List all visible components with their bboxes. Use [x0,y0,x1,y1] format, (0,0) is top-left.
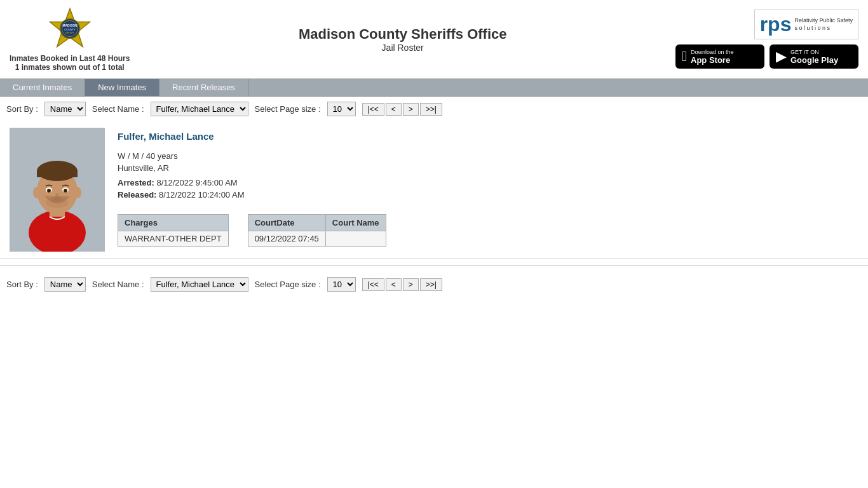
svg-point-17 [33,187,41,198]
inmate-photo-svg [10,128,105,252]
rps-sub-text: Relativity Public Safetys o l u t i o n … [794,17,853,32]
released-value: 8/12/2022 10:24:00 AM [159,190,244,200]
sort-by-select-top[interactable]: Name [44,102,86,116]
next-page-btn-top[interactable]: > [403,103,419,116]
inmate-location: Huntsville, AR [118,163,858,173]
nav-tabs: Current Inmates New Inmates Recent Relea… [0,79,868,97]
svg-rect-11 [37,171,78,177]
inmate-card: Fulfer, Michael Lance W / M / 40 years H… [10,128,858,252]
svg-text:COUNTY: COUNTY [64,28,76,31]
court-table: CourtDate Court Name 09/12/2022 07:45 [248,214,386,247]
rps-logo: rps Relativity Public Safetys o l u t i … [754,10,858,39]
court-name-header: Court Name [325,215,386,231]
app-store-text: Download on the App Store [691,49,734,65]
pagination-top: |<< < > >>| [362,103,442,116]
court-row: 09/12/2022 07:45 [248,231,386,247]
prev-page-btn-top[interactable]: < [386,103,402,116]
bottom-controls: Sort By : Name Select Name : Fulfer, Mic… [0,272,868,297]
page-size-select-top[interactable]: 10 [327,102,356,116]
tab-recent-releases[interactable]: Recent Releases [159,79,248,96]
first-page-btn-bottom[interactable]: |<< [362,278,384,291]
header-left: MADISON COUNTY SHERIFF Inmates Booked in… [10,6,130,72]
svg-point-15 [64,189,67,193]
arrested-label: Arrested: [118,178,154,187]
prev-page-btn-bottom[interactable]: < [386,278,402,291]
google-play-text: GET IT ON Google Play [790,49,838,65]
inmate-race-sex-age: W / M / 40 years [118,151,858,161]
sheriff-badge: MADISON COUNTY SHERIFF [48,6,92,51]
court-name-value [325,231,386,247]
page-header: MADISON COUNTY SHERIFF Inmates Booked in… [0,0,868,79]
page-size-label-bottom: Select Page size : [255,280,321,289]
google-play-button[interactable]: ▶ GET IT ON Google Play [770,44,858,69]
stats-block: Inmates Booked in Last 48 Hours 1 inmate… [10,54,130,72]
released-label: Released: [118,190,156,200]
select-name-label-bottom: Select Name : [92,280,144,289]
app-buttons-container:  Download on the App Store ▶ GET IT ON … [675,44,858,69]
page-subtitle: Jail Roster [299,43,507,53]
header-right: rps Relativity Public Safetys o l u t i … [675,10,858,69]
next-page-btn-bottom[interactable]: > [403,278,419,291]
rps-main-text: rps [760,13,792,36]
court-date-header: CourtDate [248,215,325,231]
inmate-arrested: Arrested: 8/12/2022 9:45:00 AM [118,178,858,187]
inmate-photo [10,128,105,252]
last-page-btn-top[interactable]: >>| [420,103,442,116]
tab-new-inmates[interactable]: New Inmates [85,79,159,96]
google-icon: ▶ [776,48,787,65]
inmate-info: W / M / 40 years Huntsville, AR [118,151,858,173]
pagination-bottom: |<< < > >>| [362,278,442,291]
stats-line1: Inmates Booked in Last 48 Hours [10,54,130,63]
charges-table: Charges WARRANT-OTHER DEPT [118,214,229,247]
select-name-select-bottom[interactable]: Fulfer, Michael Lance [151,277,248,292]
svg-point-14 [47,189,51,193]
app-store-button[interactable]:  Download on the App Store [675,44,764,69]
svg-text:SHERIFF: SHERIFF [65,32,74,34]
charge-row: WARRANT-OTHER DEPT [118,231,229,247]
last-page-btn-bottom[interactable]: >>| [420,278,442,291]
arrested-value: 8/12/2022 9:45:00 AM [156,178,237,187]
inmate-released: Released: 8/12/2022 10:24:00 AM [118,190,858,200]
svg-point-18 [74,187,81,198]
sort-by-label-top: Sort By : [6,104,38,114]
section-divider [0,265,868,266]
court-date-value: 09/12/2022 07:45 [248,231,325,247]
svg-text:MADISON: MADISON [62,24,78,27]
page-size-select-bottom[interactable]: 10 [327,277,356,292]
tables-row: Charges WARRANT-OTHER DEPT CourtDate [118,205,858,247]
tab-current-inmates[interactable]: Current Inmates [0,79,85,96]
select-name-label-top: Select Name : [92,104,144,114]
charges-header: Charges [118,215,229,231]
select-name-select-top[interactable]: Fulfer, Michael Lance [151,102,248,116]
inmate-name: Fulfer, Michael Lance [118,131,858,142]
inmate-details: Fulfer, Michael Lance W / M / 40 years H… [118,128,858,252]
header-center: Madison County Sheriffs Office Jail Rost… [299,26,507,53]
sort-by-label-bottom: Sort By : [6,280,38,289]
inmate-dates: Arrested: 8/12/2022 9:45:00 AM Released:… [118,178,858,200]
first-page-btn-top[interactable]: |<< [362,103,384,116]
page-size-label-top: Select Page size : [255,104,321,114]
top-controls: Sort By : Name Select Name : Fulfer, Mic… [0,97,868,121]
charge-value: WARRANT-OTHER DEPT [118,231,229,247]
stats-line2: 1 inmates shown out of 1 total [10,63,130,72]
inmate-section: Fulfer, Michael Lance W / M / 40 years H… [0,121,868,259]
page-title: Madison County Sheriffs Office [299,26,507,43]
apple-icon:  [682,48,687,65]
sort-by-select-bottom[interactable]: Name [44,277,86,292]
